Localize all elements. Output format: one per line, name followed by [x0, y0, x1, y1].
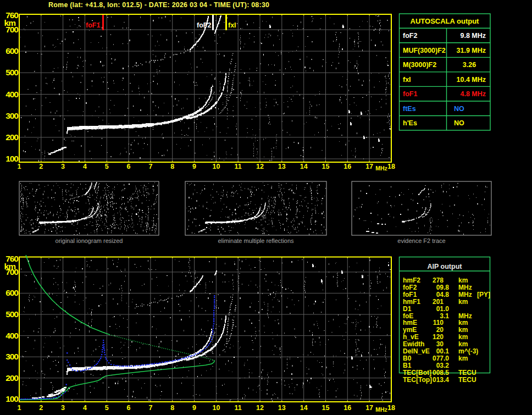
svg-text:15: 15: [322, 404, 330, 412]
svg-text:16: 16: [343, 404, 351, 412]
svg-text:100: 100: [5, 394, 18, 403]
svg-text:fxI: fxI: [228, 21, 236, 29]
svg-text:ftEs: ftEs: [403, 105, 416, 113]
svg-text:300: 300: [5, 111, 18, 120]
svg-text:D1: D1: [403, 305, 412, 313]
svg-text:MHz: MHz: [458, 291, 472, 298]
svg-text:20: 20: [436, 326, 444, 334]
svg-text:Rome (lat: +41.8, lon: 012.5): Rome (lat: +41.8, lon: 012.5) - DATE: 20…: [48, 1, 269, 9]
svg-text:18: 18: [387, 163, 395, 170]
svg-text:3: 3: [61, 163, 65, 170]
svg-text:km: km: [458, 326, 468, 334]
svg-text:evidence F2 trace: evidence F2 trace: [397, 237, 445, 244]
svg-text:5: 5: [105, 404, 109, 412]
svg-text:Ewidth: Ewidth: [403, 340, 424, 348]
svg-text:278: 278: [433, 276, 444, 284]
svg-text:2: 2: [39, 163, 43, 170]
svg-text:400: 400: [5, 90, 18, 99]
svg-text:km: km: [458, 355, 468, 362]
svg-text:AUTOSCALA output: AUTOSCALA output: [411, 17, 480, 25]
svg-text:11: 11: [235, 163, 242, 170]
svg-text:10: 10: [212, 163, 220, 170]
svg-text:B1: B1: [403, 362, 412, 369]
svg-text:100: 100: [5, 154, 18, 163]
svg-text:4: 4: [83, 404, 87, 412]
svg-text:7: 7: [148, 404, 152, 412]
svg-text:9: 9: [192, 404, 196, 412]
svg-text:013: 013: [433, 376, 444, 384]
svg-text:km: km: [458, 276, 468, 284]
svg-text:18: 18: [387, 404, 395, 412]
svg-text:h'Es: h'Es: [403, 119, 417, 127]
svg-text:NO: NO: [454, 105, 464, 113]
svg-text:NO: NO: [454, 119, 464, 127]
svg-text:TEC[Bot]: TEC[Bot]: [403, 369, 431, 377]
svg-text:MHz: MHz: [375, 165, 387, 171]
svg-text:077: 077: [433, 355, 444, 362]
svg-text:8: 8: [170, 163, 174, 170]
svg-text:600: 600: [5, 288, 18, 297]
svg-text:15: 15: [322, 163, 330, 170]
svg-text:10: 10: [212, 404, 220, 412]
svg-text:km: km: [458, 340, 468, 348]
svg-text:4: 4: [83, 163, 87, 170]
svg-text:.4: .4: [444, 376, 449, 384]
svg-text:foF2: foF2: [197, 21, 211, 29]
svg-text:200: 200: [5, 373, 18, 383]
svg-text:14: 14: [300, 404, 308, 412]
svg-text:.0: .0: [444, 305, 449, 313]
svg-text:12: 12: [256, 163, 264, 170]
svg-text:12: 12: [256, 404, 264, 412]
svg-text:14: 14: [300, 163, 308, 170]
svg-text:700: 700: [5, 25, 18, 34]
svg-text:3: 3: [61, 404, 65, 412]
svg-text:10.4 MHz: 10.4 MHz: [457, 76, 486, 84]
svg-text:300: 300: [5, 352, 18, 361]
svg-text:MUF(3000)F2: MUF(3000)F2: [403, 47, 446, 54]
svg-text:.8: .8: [444, 284, 449, 291]
svg-text:.1: .1: [444, 347, 449, 355]
svg-text:fxI: fxI: [403, 76, 411, 84]
svg-text:31.9 MHz: 31.9 MHz: [457, 47, 486, 54]
svg-text:03: 03: [436, 362, 444, 369]
svg-text:km: km: [458, 319, 468, 327]
svg-text:200: 200: [5, 132, 18, 142]
svg-text:11: 11: [235, 404, 242, 412]
svg-text:foF1: foF1: [86, 21, 100, 29]
svg-text:6: 6: [127, 404, 131, 412]
svg-text:3.26: 3.26: [463, 61, 476, 69]
svg-text:h_vE: h_vE: [403, 333, 419, 341]
svg-text:B0: B0: [403, 355, 412, 362]
svg-text:original ionogram resized: original ionogram resized: [56, 237, 123, 244]
svg-text:TEC[Top]: TEC[Top]: [403, 376, 432, 384]
svg-text:ymE: ymE: [403, 326, 417, 334]
svg-text:01: 01: [436, 305, 444, 313]
svg-text:MHz: MHz: [458, 312, 472, 320]
svg-text:13: 13: [278, 163, 286, 170]
svg-text:foF2: foF2: [403, 32, 417, 40]
svg-text:4.8 MHz: 4.8 MHz: [460, 90, 486, 98]
svg-text:2: 2: [39, 404, 43, 412]
svg-text:201: 201: [433, 298, 444, 306]
svg-text:MHz: MHz: [375, 406, 387, 413]
svg-text:DelN_vE: DelN_vE: [403, 347, 430, 355]
svg-text:m^(-3): m^(-3): [458, 347, 478, 355]
svg-text:09: 09: [436, 284, 444, 291]
svg-text:500: 500: [5, 309, 18, 319]
svg-text:500: 500: [5, 68, 18, 77]
svg-text:.8: .8: [444, 291, 449, 298]
svg-text:00: 00: [436, 347, 444, 355]
svg-text:foE: foE: [403, 312, 413, 320]
svg-text:1: 1: [18, 404, 21, 412]
svg-text:400: 400: [5, 331, 18, 340]
svg-text:[PY]: [PY]: [477, 291, 490, 298]
svg-text:.1: .1: [444, 312, 449, 320]
svg-text:9.8 MHz: 9.8 MHz: [460, 32, 486, 40]
svg-text:M(3000)F2: M(3000)F2: [403, 61, 436, 69]
svg-text:700: 700: [5, 267, 18, 276]
svg-text:eliminate multiple reflections: eliminate multiple reflections: [218, 237, 294, 244]
svg-text:.0: .0: [444, 355, 449, 362]
svg-text:hmE: hmE: [403, 319, 417, 327]
svg-text:30: 30: [436, 340, 444, 348]
svg-text:hmF2: hmF2: [403, 276, 420, 284]
